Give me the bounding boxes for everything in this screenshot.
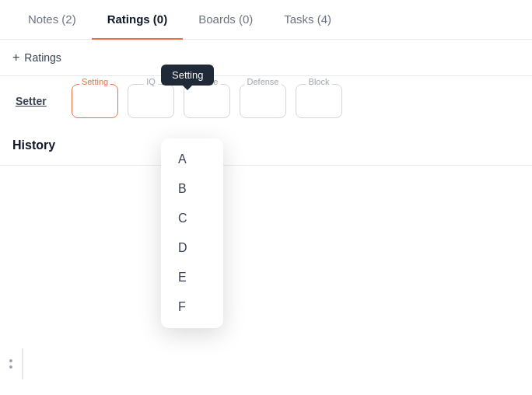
rating-label-setting: Setting [79,77,110,86]
plus-icon: + [12,51,19,65]
rating-label-defense: Defense [245,77,282,86]
rating-box-defense[interactable]: Defense [240,84,286,118]
dropdown-item-a[interactable]: A [161,145,223,174]
tab-bar: Notes (2) Ratings (0) Boards (0) Tasks (… [0,0,532,40]
rating-label-iq: IQ [144,77,158,86]
history-section: History [0,126,532,166]
add-ratings-label: Ratings [24,51,61,64]
scroll-dot-2 [9,365,12,369]
history-title: History [12,138,55,152]
setting-tooltip: Setting [161,65,214,86]
dropdown-item-b[interactable]: B [161,174,223,204]
rating-box-iq[interactable]: IQ [128,84,174,118]
ratings-row: Setter Setting IQ Serve Defense Block [0,76,532,126]
add-ratings-button[interactable]: + Ratings [12,51,61,65]
tab-tasks[interactable]: Tasks (4) [268,0,347,40]
dropdown-item-d[interactable]: D [161,233,223,263]
setting-dropdown: A B C D E F [161,138,223,328]
dropdown-item-c[interactable]: C [161,204,223,233]
rating-label-block: Block [306,77,332,86]
setter-label: Setter [16,95,62,107]
tab-ratings[interactable]: Ratings (0) [92,0,184,40]
dropdown-item-e[interactable]: E [161,263,223,292]
dropdown-item-f[interactable]: F [161,292,223,322]
scroll-indicator [0,348,23,379]
tab-boards[interactable]: Boards (0) [183,0,268,40]
rating-box-setting[interactable]: Setting [72,84,118,118]
tab-notes[interactable]: Notes (2) [12,0,92,40]
rating-box-block[interactable]: Block [296,84,342,118]
toolbar: + Ratings [0,40,532,76]
scroll-dot-1 [9,359,12,362]
